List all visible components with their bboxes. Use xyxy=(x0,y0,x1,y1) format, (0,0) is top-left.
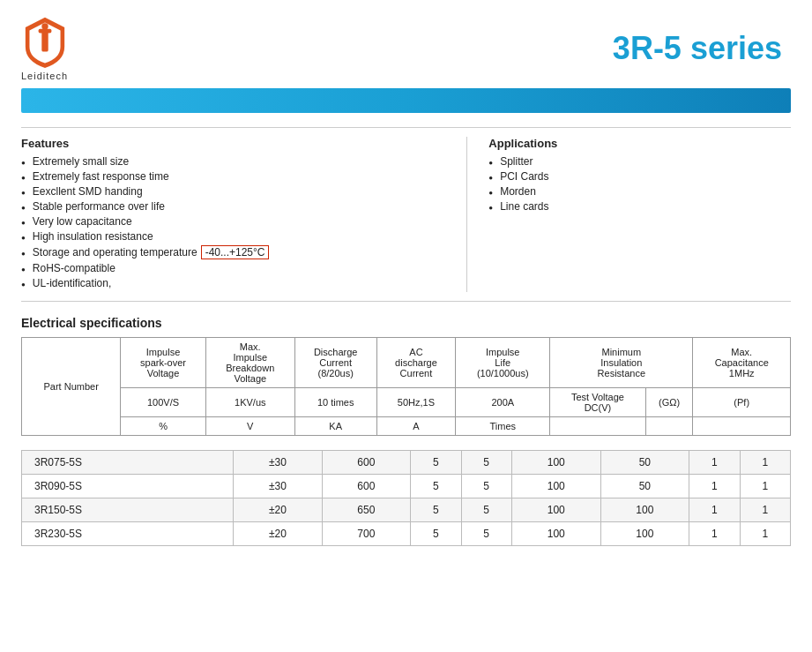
table-cell: 1 xyxy=(689,498,740,522)
table-cell: 1 xyxy=(740,451,790,475)
feature-item-5: Very low capacitance xyxy=(21,215,456,228)
row2-col2: V xyxy=(205,417,294,436)
row1-col4: 50Hz,1S xyxy=(376,388,456,417)
table-cell: 5 xyxy=(411,451,461,475)
table-cell: 5 xyxy=(461,475,511,498)
table-cell: 50 xyxy=(600,451,689,475)
row2-col5: Times xyxy=(456,417,550,436)
page-wrapper: Leiditech 3R-5 series Features Extremely… xyxy=(0,0,812,567)
features-applications: Features Extremely small size Extremely … xyxy=(21,127,791,302)
feature-item-3: Eexcllent SMD handing xyxy=(21,185,456,198)
col-capacitance: Max.Capacitance1MHz xyxy=(693,338,791,388)
table-cell: 700 xyxy=(322,522,411,546)
features-heading: Features xyxy=(21,137,456,150)
table-cell: 1 xyxy=(689,522,740,546)
table-cell: 100 xyxy=(511,498,600,522)
table-cell: 100 xyxy=(600,498,689,522)
row2-col6b xyxy=(645,417,693,436)
table-row: 3R090-5S±30600551005011 xyxy=(22,475,791,498)
feature-item-7: Storage and operating temperature -40...… xyxy=(21,245,456,259)
applications-list: Splitter PCI Cards Morden Line cards xyxy=(488,155,791,213)
row2-col7 xyxy=(693,417,791,436)
table-cell: 650 xyxy=(322,498,411,522)
temperature-box: -40...+125°C xyxy=(201,245,270,259)
data-table: 3R075-5S±306005510050113R090-5S±30600551… xyxy=(21,450,791,546)
row2-col4: A xyxy=(376,417,456,436)
row1-col6b: (GΩ) xyxy=(645,388,693,417)
feature-item-9: UL-identification, xyxy=(21,277,456,289)
feature-item-8: RoHS-compatible xyxy=(21,262,456,274)
row1-col3: 10 times xyxy=(294,388,376,417)
table-row: 3R075-5S±30600551005011 xyxy=(22,451,791,475)
table-cell: 5 xyxy=(411,522,461,546)
series-title: 3R-5 series xyxy=(613,30,782,67)
table-cell: 3R230-5S xyxy=(22,522,234,546)
table-cell: ±20 xyxy=(234,498,322,522)
table-cell: 1 xyxy=(689,451,740,475)
table-cell: 5 xyxy=(411,475,461,498)
table-row: 3R150-5S±206505510010011 xyxy=(22,498,791,522)
col-insulation-resistance: MinimumInsulationResistance xyxy=(550,338,693,388)
row1-col5: 200A xyxy=(456,388,550,417)
row2-col1: % xyxy=(121,417,205,436)
electrical-spec-title: Electrical specifications xyxy=(21,316,791,330)
table-cell: 1 xyxy=(740,522,790,546)
row1-col2: 1KV/us xyxy=(205,388,294,417)
col-part-number: Part Number xyxy=(22,338,121,436)
blue-bar xyxy=(21,88,791,113)
table-cell: 100 xyxy=(511,522,600,546)
row1-col7: (Pf) xyxy=(693,388,791,417)
feature-item-4: Stable performance over life xyxy=(21,200,456,213)
feature-item-2: Extremely fast response time xyxy=(21,170,456,183)
app-item-3: Morden xyxy=(488,185,791,198)
logo-text: Leiditech xyxy=(21,71,68,81)
row2-col3: KA xyxy=(294,417,376,436)
col-impulse-life: ImpulseLife(10/1000us) xyxy=(456,338,550,388)
table-cell: ±20 xyxy=(234,522,322,546)
features-list: Extremely small size Extremely fast resp… xyxy=(21,155,456,289)
table-cell: 5 xyxy=(461,522,511,546)
col-discharge-current: DischargeCurrent(8/20us) xyxy=(294,338,376,388)
features-col: Features Extremely small size Extremely … xyxy=(21,137,467,292)
svg-point-2 xyxy=(41,23,48,29)
table-cell: 1 xyxy=(740,498,790,522)
leiditech-logo-icon xyxy=(22,16,68,69)
table-cell: 3R150-5S xyxy=(22,498,234,522)
table-cell: 1 xyxy=(740,475,790,498)
table-cell: 100 xyxy=(511,475,600,498)
feature-item-1: Extremely small size xyxy=(21,155,456,168)
table-cell: ±30 xyxy=(234,451,322,475)
table-cell: 5 xyxy=(411,498,461,522)
row2-col6a xyxy=(550,417,646,436)
col-ac-discharge: ACdischargeCurrent xyxy=(376,338,456,388)
table-cell: ±30 xyxy=(234,475,322,498)
table-cell: 600 xyxy=(322,475,411,498)
table-cell: 1 xyxy=(689,475,740,498)
applications-col: Applications Splitter PCI Cards Morden L… xyxy=(467,137,791,292)
table-cell: 3R075-5S xyxy=(22,451,234,475)
table-cell: 100 xyxy=(600,522,689,546)
table-cell: 5 xyxy=(461,451,511,475)
table-cell: 3R090-5S xyxy=(22,475,234,498)
spec-table: Part Number Impulsespark-overVoltage Max… xyxy=(21,337,791,436)
row1-col6a: Test VoltageDC(V) xyxy=(550,388,646,417)
feature-item-6: High insulation resistance xyxy=(21,230,456,243)
app-item-2: PCI Cards xyxy=(488,170,791,183)
logo-block: Leiditech xyxy=(21,16,68,81)
col-spark-voltage: Impulsespark-overVoltage xyxy=(121,338,205,388)
table-cell: 100 xyxy=(511,451,600,475)
app-item-4: Line cards xyxy=(488,200,791,213)
table-row: 3R230-5S±207005510010011 xyxy=(22,522,791,546)
col-breakdown-voltage: Max.ImpulseBreakdownVoltage xyxy=(205,338,294,388)
app-item-1: Splitter xyxy=(488,155,791,168)
table-cell: 600 xyxy=(322,451,411,475)
table-cell: 50 xyxy=(600,475,689,498)
applications-heading: Applications xyxy=(488,137,791,150)
table-cell: 5 xyxy=(461,498,511,522)
row1-col1: 100V/S xyxy=(121,388,205,417)
header: Leiditech 3R-5 series xyxy=(21,16,791,81)
